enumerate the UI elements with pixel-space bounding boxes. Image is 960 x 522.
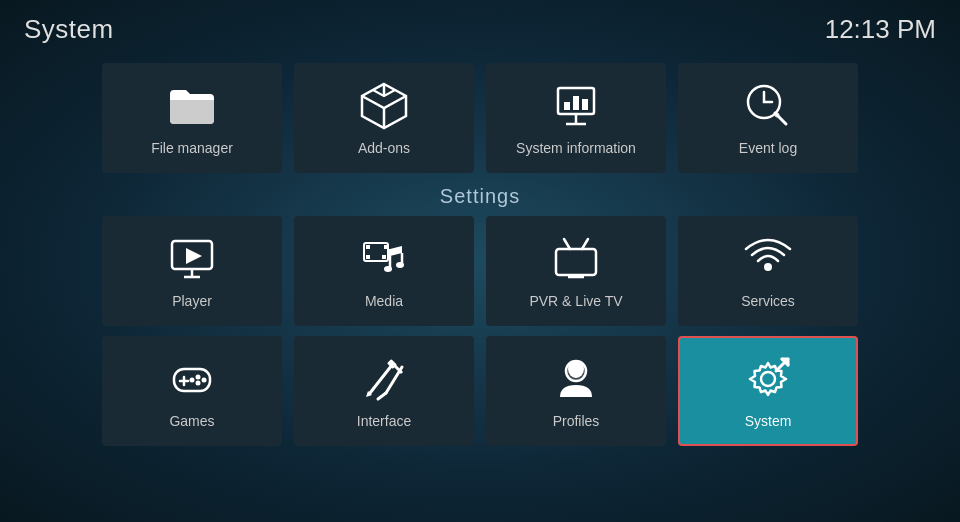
- svg-point-46: [761, 372, 775, 386]
- tile-file-manager[interactable]: File manager: [102, 63, 282, 173]
- tile-pvr-live-tv-label: PVR & Live TV: [529, 293, 622, 309]
- svg-point-45: [568, 360, 584, 378]
- svg-point-35: [196, 381, 201, 386]
- tile-interface[interactable]: Interface: [294, 336, 474, 446]
- tile-services[interactable]: Services: [678, 216, 858, 326]
- games-icon: [166, 353, 218, 405]
- tile-games[interactable]: Games: [102, 336, 282, 446]
- tile-pvr-live-tv[interactable]: PVR & Live TV: [486, 216, 666, 326]
- tile-system[interactable]: System: [678, 336, 858, 446]
- tile-system-information[interactable]: System information: [486, 63, 666, 173]
- pvr-live-tv-icon: [550, 233, 602, 285]
- system-information-icon: [550, 80, 602, 132]
- svg-line-42: [378, 393, 386, 399]
- tile-media[interactable]: Media: [294, 216, 474, 326]
- page-wrapper: System 12:13 PM File manager: [0, 0, 960, 522]
- tile-profiles[interactable]: Profiles: [486, 336, 666, 446]
- svg-line-10: [775, 113, 786, 124]
- svg-rect-17: [366, 245, 370, 249]
- tile-player[interactable]: Player: [102, 216, 282, 326]
- player-icon: [166, 233, 218, 285]
- media-icon: [358, 233, 410, 285]
- svg-rect-20: [382, 255, 386, 259]
- system-icon: [742, 353, 794, 405]
- clock: 12:13 PM: [825, 14, 936, 45]
- tile-player-label: Player: [172, 293, 212, 309]
- services-icon: [742, 233, 794, 285]
- svg-rect-18: [384, 245, 388, 249]
- svg-point-34: [202, 378, 207, 383]
- section-label: Settings: [0, 179, 960, 216]
- header: System 12:13 PM: [0, 0, 960, 53]
- tile-system-information-label: System information: [516, 140, 636, 156]
- add-ons-icon: [358, 80, 410, 132]
- settings-grid: Player: [0, 216, 960, 446]
- svg-point-29: [764, 263, 772, 271]
- tile-system-label: System: [745, 413, 792, 429]
- settings-row-2: Games Interface: [24, 336, 936, 446]
- interface-icon: [358, 353, 410, 405]
- tile-interface-label: Interface: [357, 413, 411, 429]
- event-log-icon: [742, 80, 794, 132]
- svg-point-23: [384, 266, 392, 272]
- svg-point-36: [190, 378, 195, 383]
- tile-add-ons-label: Add-ons: [358, 140, 410, 156]
- profiles-icon: [550, 353, 602, 405]
- svg-point-33: [196, 375, 201, 380]
- tile-media-label: Media: [365, 293, 403, 309]
- svg-line-28: [582, 239, 588, 249]
- tile-file-manager-label: File manager: [151, 140, 233, 156]
- svg-rect-25: [556, 249, 596, 275]
- svg-rect-6: [564, 102, 570, 110]
- svg-rect-7: [573, 96, 579, 110]
- top-grid: File manager Add-ons: [0, 53, 960, 179]
- file-manager-icon: [166, 80, 218, 132]
- svg-marker-15: [186, 248, 202, 264]
- svg-point-24: [396, 262, 404, 268]
- tile-profiles-label: Profiles: [553, 413, 600, 429]
- settings-row-1: Player: [24, 216, 936, 326]
- tile-event-log[interactable]: Event log: [678, 63, 858, 173]
- tile-event-log-label: Event log: [739, 140, 797, 156]
- tile-services-label: Services: [741, 293, 795, 309]
- svg-rect-19: [366, 255, 370, 259]
- svg-rect-8: [582, 99, 588, 110]
- tile-add-ons[interactable]: Add-ons: [294, 63, 474, 173]
- page-title: System: [24, 14, 114, 45]
- svg-line-27: [564, 239, 570, 249]
- tile-games-label: Games: [169, 413, 214, 429]
